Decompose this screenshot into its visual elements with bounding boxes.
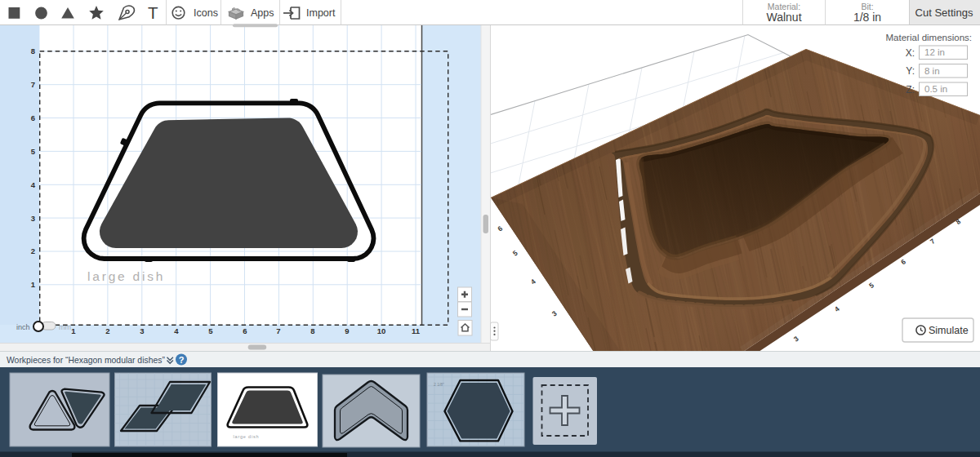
svg-text:5: 5 (208, 326, 213, 335)
svg-text:Material dimensions:: Material dimensions: (886, 33, 972, 42)
svg-text:10: 10 (377, 326, 386, 335)
svg-text:inch: inch (16, 323, 30, 331)
svg-text:large dish: large dish (87, 269, 165, 283)
svg-text:1: 1 (71, 326, 76, 335)
svg-text:12 in: 12 in (924, 47, 945, 57)
svg-text:1/8 in: 1/8 in (853, 11, 881, 24)
svg-text:large dish: large dish (234, 434, 260, 439)
svg-text:7: 7 (31, 80, 35, 89)
svg-text:Workpieces for “Hexagon modula: Workpieces for “Hexagon modular dishes” (7, 356, 165, 365)
svg-text:?: ? (179, 355, 185, 365)
svg-text:4: 4 (174, 326, 179, 335)
svg-text:11: 11 (412, 326, 421, 335)
svg-text:Simulate: Simulate (929, 325, 969, 336)
svg-text:4: 4 (31, 180, 36, 189)
svg-text:3: 3 (31, 214, 35, 223)
svg-text:6: 6 (243, 326, 247, 335)
svg-text:Import: Import (306, 7, 336, 19)
svg-text:Walnut: Walnut (766, 11, 801, 24)
svg-text:3: 3 (140, 326, 144, 335)
svg-text:8: 8 (310, 326, 314, 335)
svg-text:1: 1 (31, 280, 36, 289)
svg-text:Apps: Apps (251, 7, 274, 19)
svg-text:2 1/8″: 2 1/8″ (434, 382, 444, 387)
svg-text:2: 2 (105, 326, 109, 335)
svg-text:2: 2 (31, 246, 35, 255)
svg-text:Y:: Y: (906, 65, 915, 77)
svg-text:Z:: Z: (906, 84, 915, 95)
svg-text:X:: X: (906, 47, 915, 59)
svg-text:mm: mm (59, 323, 71, 331)
svg-text:8 in: 8 in (924, 66, 940, 76)
svg-text:9: 9 (345, 326, 349, 335)
svg-text:T: T (148, 3, 158, 22)
svg-text:0.5 in: 0.5 in (924, 84, 947, 94)
svg-text:8: 8 (31, 47, 35, 55)
svg-text:5: 5 (31, 147, 36, 156)
svg-text:6: 6 (31, 113, 35, 122)
svg-text:Icons: Icons (194, 7, 218, 19)
svg-text:Cut Settings: Cut Settings (915, 7, 973, 19)
svg-text:7: 7 (276, 326, 280, 335)
